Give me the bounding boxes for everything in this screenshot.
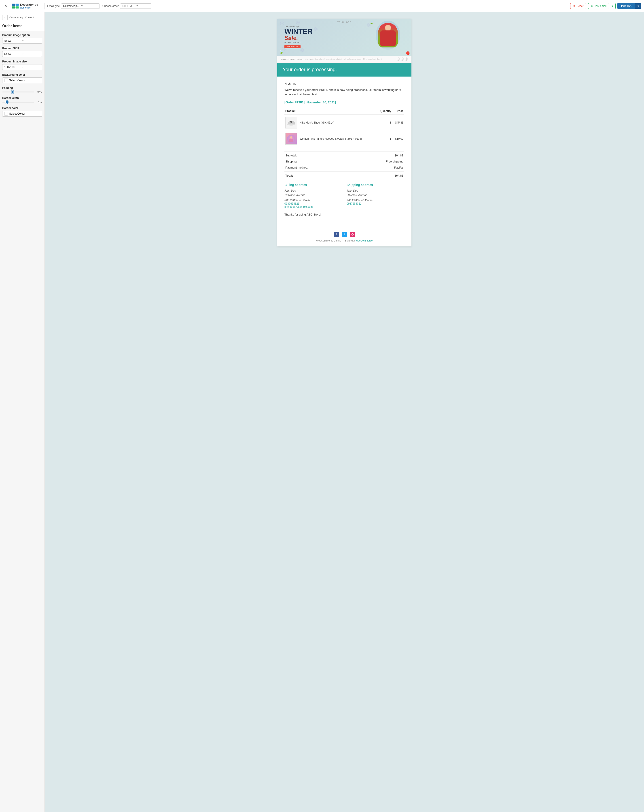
email-footer: f t ◎ WooCommerce Emails — Built with Wo…	[277, 227, 411, 246]
sidebar: ‹ Customising › Content Order items Prod…	[0, 12, 45, 812]
publish-dropdown[interactable]: ▼	[635, 3, 641, 9]
sidebar-back-button[interactable]: ‹	[2, 15, 8, 20]
test-email-dropdown[interactable]: ▼	[609, 3, 616, 9]
background-color-picker[interactable]: Select Colour	[2, 78, 42, 83]
footer-twitter-icon[interactable]: t	[342, 232, 347, 237]
padding-group: Padding 12px	[2, 86, 42, 93]
sidebar-title: Order items	[0, 22, 44, 31]
product-image-option-label: Product image option	[2, 34, 42, 37]
email-banner: ❄ ❄ ❄ ❄ ❄ ❄ YOUR LOGO This Week Only W	[277, 19, 411, 63]
border-color-swatch	[4, 112, 8, 116]
choose-order-field: Choose order 1381 - John Doe ▼	[102, 3, 151, 9]
background-color-label: Background color	[2, 73, 42, 76]
choose-order-value: 1381 - John Doe	[122, 5, 135, 8]
preview-area: ❄ ❄ ❄ ❄ ❄ ❄ YOUR LOGO This Week Only W	[45, 12, 644, 812]
product-image-option-select[interactable]: Show ▾	[2, 38, 42, 44]
choose-order-select[interactable]: 1381 - John Doe ▼	[120, 3, 151, 9]
social-icons: f t ◎	[282, 232, 407, 237]
reset-icon: ↺	[573, 5, 575, 8]
main-layout: ‹ Customising › Content Order items Prod…	[0, 12, 644, 812]
shipping-row: Shipping: Free shipping	[285, 159, 404, 165]
background-color-swatch	[4, 79, 8, 82]
email-order-link[interactable]: [Order #1381] (November 30, 2021)	[285, 101, 404, 104]
subtotal-row: Subtotal: $64.83	[285, 153, 404, 159]
product-qty-1: 1	[377, 114, 392, 131]
padding-slider[interactable]	[2, 92, 34, 92]
border-width-value: 1px	[36, 101, 42, 104]
billing-address2: San Pedro, CA 90731	[285, 198, 342, 202]
product-image-size-label: Product image size	[2, 60, 42, 63]
col-quantity: Quantity	[377, 108, 392, 114]
close-button[interactable]: ×	[3, 3, 9, 9]
sidebar-content: Product image option Show ▾ Product SKU …	[0, 31, 44, 812]
banner-body-text: Lorem ipsum dolor sit amet, consectetuer…	[303, 58, 397, 60]
border-width-group: Border width 1px	[2, 96, 42, 104]
footer-facebook-icon[interactable]: f	[333, 232, 339, 237]
banner-upto: UP TO 70% OFF	[285, 41, 313, 43]
woocommerce-link[interactable]: WooCommerce	[356, 239, 373, 242]
banner-twitter-icon: t	[401, 58, 404, 61]
product-name-2: Women Pink Printed Hooded Sweatshirt (#S…	[299, 131, 377, 147]
product-price-2: $19.00	[392, 131, 404, 147]
border-width-label: Border width	[2, 96, 42, 99]
email-preview: ❄ ❄ ❄ ❄ ❄ ❄ YOUR LOGO This Week Only W	[277, 19, 411, 246]
publish-button[interactable]: Publish	[617, 3, 635, 9]
product-sku-select[interactable]: Show ▾	[2, 51, 42, 57]
breadcrumb: Customising › Content	[9, 16, 34, 19]
product-name-1: Nike Men's Shoe (#SK-0514)	[299, 114, 377, 131]
brand-name: webtoffee	[20, 6, 38, 9]
svg-rect-2	[12, 6, 15, 8]
product-qty-2: 1	[377, 131, 392, 147]
shipping-phone[interactable]: 0987654321	[347, 202, 404, 205]
banner-shop-button[interactable]: SHOP NOW	[285, 45, 300, 48]
banner-site: @ WWW.YOURSITE.COM	[281, 58, 303, 60]
product-image-size-caret-icon: ▾	[22, 66, 41, 69]
test-email-button[interactable]: ✉ Test email	[588, 3, 609, 9]
banner-winter: WINTER	[285, 28, 313, 35]
shipping-address1: 20 Maple Avenue	[347, 193, 404, 197]
footer-instagram-icon[interactable]: ◎	[350, 232, 355, 237]
product-image-size-select[interactable]: 100x100 ▾	[2, 64, 42, 70]
email-type-select[interactable]: Customer processing or . . ▼	[61, 3, 100, 9]
table-row: Women Pink Printed Hooded Sweatshirt (#S…	[285, 131, 404, 147]
svg-rect-0	[12, 4, 15, 6]
border-color-picker[interactable]: Select Colour	[2, 111, 42, 117]
border-color-label: Border color	[2, 107, 42, 110]
product-sku-label: Product SKU	[2, 47, 42, 50]
svg-rect-7	[289, 139, 293, 142]
test-email-label: Test email	[594, 5, 606, 8]
topbar-actions: ↺ Reset ✉ Test email ▼ Publish ▼	[570, 3, 641, 9]
banner-info-bar: @ WWW.YOURSITE.COM Lorem ipsum dolor sit…	[277, 56, 411, 63]
total-value: $64.83	[394, 174, 403, 177]
publish-group: Publish ▼	[617, 3, 641, 9]
background-color-select-label: Select Colour	[9, 79, 25, 82]
billing-address1: 20 Maple Avenue	[285, 193, 342, 197]
email-body: Hi John, We've received your order #1381…	[277, 76, 411, 227]
svg-point-6	[290, 136, 292, 139]
email-type-label: Email type	[47, 5, 60, 8]
background-color-group: Background color Select Colour	[2, 73, 42, 83]
border-color-select-label: Select Colour	[9, 112, 25, 115]
app-name: Decorator by	[20, 3, 38, 6]
reset-button[interactable]: ↺ Reset	[570, 3, 586, 9]
email-type-caret-icon: ▼	[81, 5, 98, 7]
total-label: Total:	[285, 174, 293, 177]
powered-text: WooCommerce Emails — Built with WooComme…	[282, 239, 407, 242]
billing-phone[interactable]: 0987654321	[285, 202, 342, 205]
payment-row: Payment method: PayPal	[285, 165, 404, 171]
banner-decoration-left: 🍃	[279, 50, 283, 54]
address-section: Billing address John Doe 20 Maple Avenue…	[285, 183, 404, 208]
product-image-option-value: Show	[4, 39, 22, 42]
order-status-title: Your order is processing.	[283, 67, 406, 73]
shipping-label: Shipping:	[285, 160, 297, 163]
banner-social-icons: f t ◎	[397, 58, 408, 61]
banner-model-image	[376, 21, 400, 50]
billing-email[interactable]: johndoe@example.com	[285, 205, 342, 208]
email-type-field: Email type Customer processing or . . ▼	[47, 3, 100, 9]
border-width-slider[interactable]	[2, 102, 34, 102]
shipping-value: Free shipping	[386, 160, 403, 163]
choose-order-caret-icon: ▼	[136, 5, 149, 7]
padding-label: Padding	[2, 86, 42, 90]
test-email-group: ✉ Test email ▼	[588, 3, 616, 9]
border-color-group: Border color Select Colour	[2, 107, 42, 117]
